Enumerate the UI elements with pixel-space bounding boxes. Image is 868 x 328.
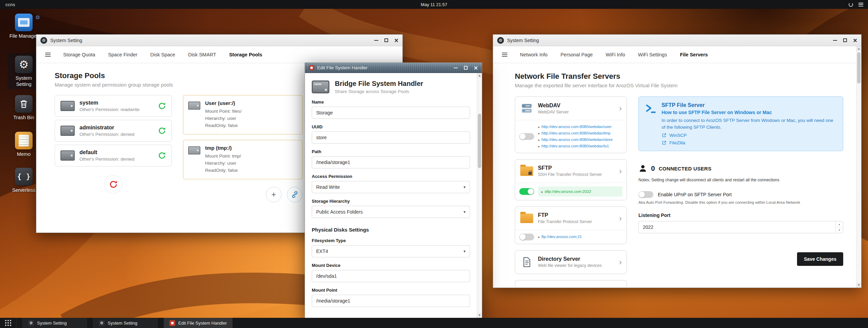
tab-personal-page[interactable]: Personal Page (554, 47, 599, 62)
mount-point-input[interactable] (312, 295, 470, 307)
maximize-button[interactable] (843, 38, 847, 42)
minimize-button[interactable] (833, 40, 837, 41)
pool-card-administrator[interactable]: administrator Other's Permission: denied (55, 120, 172, 142)
server-card-header[interactable]: SFTP SSH File Transfer Protocol Server › (515, 160, 627, 183)
webdav-toggle[interactable] (519, 133, 534, 140)
taskbar-item-system-setting-2[interactable]: ⚙ System Setting (93, 318, 158, 328)
webdav-link[interactable]: ▸http://dev.arozos.com:8080/webdav/ls1 (538, 143, 613, 149)
path-input[interactable] (312, 156, 470, 168)
topbar-menu-icon[interactable] (858, 3, 863, 6)
window-titlebar[interactable]: Edit File System Handler × (305, 63, 482, 73)
desktop-icon-system-setting[interactable]: ⚙ System Setting (7, 53, 40, 89)
user-icon (638, 164, 647, 173)
webdav-link[interactable]: ▸http://dev.arozos.com:8080/webdav/tmp (538, 130, 613, 136)
sync-icon[interactable] (158, 127, 166, 135)
pool-permission: Other's Permission: denied (79, 157, 134, 162)
server-name: WebDAV (538, 103, 569, 109)
apps-grid-button[interactable] (0, 318, 16, 328)
server-card-header[interactable]: Directory Server Web file viewer for leg… (515, 251, 627, 274)
chevron-right-icon[interactable]: › (619, 214, 622, 222)
sftp-link[interactable]: ▸sftp://dev.arozos.com:2022 (541, 189, 591, 194)
tab-disk-smart[interactable]: Disk SMART (182, 47, 223, 62)
bridge-link-button[interactable] (287, 187, 303, 202)
mount-card-tmp[interactable]: tmp (tmp:/) Mount Point: tmp/ Hierarchy:… (183, 140, 303, 179)
chevron-down-icon: ▾ (464, 185, 466, 189)
close-button[interactable]: × (474, 65, 478, 71)
winscp-link[interactable]: WinSCP (662, 133, 837, 138)
pool-card-default[interactable]: default Other's Permission: denied (55, 145, 172, 166)
storage-hierarchy-select[interactable]: Public Access Folders ▾ (312, 206, 470, 218)
upnp-note: Aka Auto Port Forwarding. Disable this o… (638, 200, 843, 204)
menu-icon[interactable] (39, 53, 57, 57)
desktop-icon-label: Trash Bin (13, 115, 34, 120)
number-spinner[interactable]: ▲▼ (835, 221, 843, 233)
mount-device-input[interactable] (312, 270, 470, 282)
sync-icon[interactable] (158, 102, 166, 110)
taskbar: ⚙ System Setting ⚙ System Setting Edit F… (0, 318, 868, 328)
refresh-pools-button[interactable] (104, 175, 123, 194)
minimize-button[interactable] (374, 40, 378, 41)
mount-card-user[interactable]: User (user:/) Mount Point: files/ Hierar… (183, 95, 303, 134)
webdav-link[interactable]: ▸http://dev.arozos.com:8080/webdav/store (538, 136, 613, 143)
filesystem-type-select[interactable]: EXT4 ▾ (312, 245, 470, 257)
desktop-icon-label: Serverless (12, 187, 36, 193)
minimize-button[interactable] (454, 68, 458, 68)
save-changes-button[interactable]: Save Changes (797, 252, 843, 266)
maximize-button[interactable] (464, 66, 468, 70)
add-fsh-button[interactable]: + (266, 187, 282, 202)
scroll-down-arrow[interactable]: ▼ (477, 313, 482, 318)
window-scrollbar[interactable]: ▲ ▼ (477, 73, 482, 318)
close-button[interactable]: × (853, 37, 857, 44)
scroll-down-arrow[interactable]: ▼ (856, 283, 861, 288)
sync-icon[interactable] (158, 151, 166, 160)
tab-wifi-settings[interactable]: WiFi Settings (632, 47, 673, 62)
tab-storage-pools[interactable]: Storage Pools (223, 47, 269, 62)
tab-wifi-info[interactable]: WiFi Info (599, 47, 632, 62)
desktop-icon-trash-bin[interactable]: Trash Bin (9, 95, 39, 121)
mount-hierarchy: Hierarchy: user (205, 115, 241, 122)
upnp-toggle[interactable] (638, 191, 653, 198)
desktop-icon-shortcut[interactable] (36, 14, 39, 20)
window-scrollbar[interactable]: ▲ ▼ (856, 46, 861, 288)
help-title: SFTP File Server (662, 102, 837, 108)
tab-space-finder[interactable]: Space Finder (102, 47, 144, 62)
pool-card-system[interactable]: system Other's Permission: readwrite (55, 95, 172, 117)
ftp-link[interactable]: ▸ftp://dev.arozos.com:21 (538, 234, 582, 240)
tab-storage-quota[interactable]: Storage Quota (57, 47, 102, 62)
bridge-fsh-icon (312, 80, 329, 93)
maximize-button[interactable] (384, 38, 388, 42)
sftp-toggle[interactable] (519, 188, 534, 195)
taskbar-item-system-setting-1[interactable]: ⚙ System Setting (22, 318, 87, 328)
listening-port-input[interactable] (638, 221, 843, 233)
chevron-right-icon[interactable]: › (619, 258, 622, 266)
ftp-toggle[interactable] (519, 234, 534, 240)
name-input[interactable] (312, 107, 470, 119)
tab-network-info[interactable]: Network Info (513, 47, 554, 62)
mount-device-label: Mount Device (312, 263, 470, 268)
sync-status-icon[interactable] (849, 2, 853, 7)
scroll-up-arrow[interactable]: ▲ (856, 46, 861, 51)
webdav-link[interactable]: ▸http://dev.arozos.com:8080/webdav/user (538, 124, 613, 130)
pool-permission: Other's Permission: denied (79, 132, 134, 137)
desktop-icon-file-manager[interactable]: File Manager (9, 14, 39, 39)
close-button[interactable]: × (394, 37, 398, 44)
desktop-icon-memo[interactable]: Memo (9, 132, 39, 157)
taskbar-item-edit-fsh[interactable]: Edit File System Handler (164, 318, 233, 328)
mount-hierarchy: Hierarchy: user (205, 160, 241, 167)
window-titlebar[interactable]: ⚙ System Setting × (36, 35, 402, 46)
tab-disk-space[interactable]: Disk Space (144, 47, 182, 62)
access-permission-select[interactable]: Read Write ▾ (312, 181, 470, 193)
tab-file-servers[interactable]: File Servers (673, 47, 714, 62)
scrollbar-thumb[interactable] (857, 52, 861, 84)
scrollbar-thumb[interactable] (478, 114, 481, 168)
chevron-right-icon[interactable]: › (619, 104, 622, 112)
desktop-icon-serverless[interactable]: { } Serverless (9, 168, 39, 193)
uuid-input[interactable] (312, 131, 470, 144)
server-card-header[interactable]: FTP File Transfer Protocol Server › (515, 207, 627, 230)
menu-icon[interactable] (496, 53, 513, 57)
filezilla-link[interactable]: FileZilla (662, 140, 837, 145)
scroll-up-arrow[interactable]: ▲ (477, 73, 482, 78)
chevron-right-icon[interactable]: › (619, 167, 622, 175)
window-titlebar[interactable]: ⚙ System Setting × (493, 35, 861, 46)
server-card-header[interactable]: WebDAV WebDAV Server › (515, 97, 627, 120)
